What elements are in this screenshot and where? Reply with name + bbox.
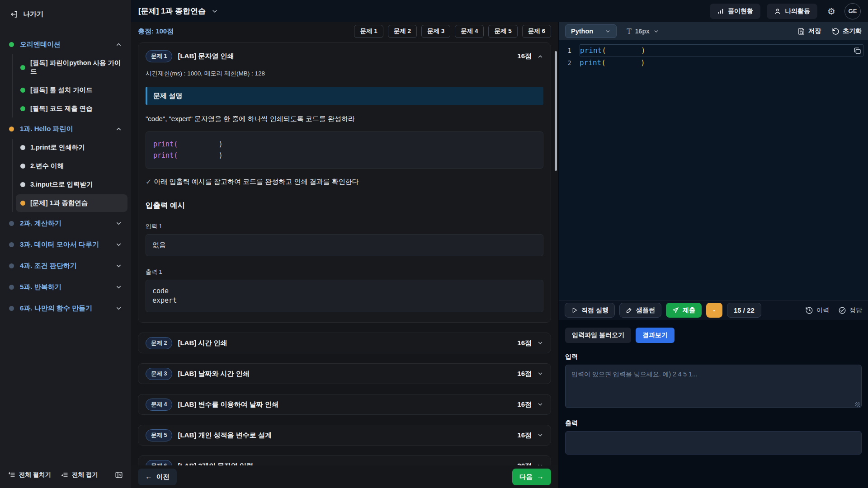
reset-button[interactable]: 초기화 bbox=[832, 27, 862, 35]
status-dot-slate bbox=[9, 263, 14, 268]
input-label: 입력 bbox=[565, 353, 862, 361]
sidebar-item-submit-practice[interactable]: [필독] 코드 제출 연습 bbox=[16, 100, 127, 117]
problem-nav-6[interactable]: 문제 6 bbox=[522, 25, 551, 38]
sidebar-section-lesson4[interactable]: 4과. 조건 판단하기 bbox=[0, 257, 131, 275]
status-dot-slate bbox=[9, 285, 14, 290]
sidebar-item-label: [필독] 툴 설치 가이드 bbox=[30, 86, 93, 94]
language-select[interactable]: Python bbox=[565, 24, 617, 38]
problem-badge: 문제 1 bbox=[146, 50, 172, 62]
section-label: 오리엔테이션 bbox=[20, 40, 109, 49]
sidebar-item-input[interactable]: 3.input으로 입력받기 bbox=[16, 176, 127, 193]
editor-line-1[interactable]: 1 print( ) bbox=[559, 44, 868, 56]
code-keyword: print( bbox=[153, 151, 178, 160]
sidebar-section-lesson5[interactable]: 5과. 반복하기 bbox=[0, 278, 131, 296]
line-number: 1 bbox=[559, 47, 580, 54]
sidebar-item-label: 2.변수 이해 bbox=[30, 162, 64, 170]
sidebar-item-variable[interactable]: 2.변수 이해 bbox=[16, 157, 127, 175]
problem-nav: 문제 1 문제 2 문제 3 문제 4 문제 5 문제 6 bbox=[354, 25, 551, 38]
problem-nav-4[interactable]: 문제 4 bbox=[455, 25, 484, 38]
font-size-select[interactable]: T 16px bbox=[627, 27, 659, 36]
sidebar-item-label: [필독] 코드 제출 연습 bbox=[30, 104, 93, 113]
save-icon bbox=[797, 28, 805, 35]
sidebar-item-print[interactable]: 1.print로 인쇄하기 bbox=[16, 139, 127, 156]
history-button[interactable]: 이력 bbox=[805, 306, 829, 314]
page-title: [문제] 1과 종합연습 bbox=[138, 6, 206, 16]
problem-nav-1[interactable]: 문제 1 bbox=[354, 25, 383, 38]
reset-label: 초기화 bbox=[843, 27, 862, 35]
sample-run-button[interactable]: 샘플런 bbox=[619, 303, 661, 318]
gear-icon[interactable]: ⚙ bbox=[827, 7, 835, 16]
sidebar-section-lesson1[interactable]: 1과. Hello 파린이 bbox=[0, 120, 131, 138]
answer-button[interactable]: 정답 bbox=[838, 306, 862, 314]
sidebar-item-python-guide[interactable]: [필독] 파린이python 사용 가이드 bbox=[16, 54, 127, 80]
reset-icon bbox=[832, 28, 840, 35]
status-dot-white bbox=[20, 164, 25, 169]
problem-card-3[interactable]: 문제 3 [LAB] 날짜와 시간 인쇄 16점 bbox=[138, 363, 551, 384]
copy-code-button[interactable] bbox=[853, 47, 862, 55]
sidebar-footer: 전체 펼치기 전체 접기 bbox=[0, 462, 131, 488]
problem-nav-2[interactable]: 문제 2 bbox=[388, 25, 417, 38]
sidebar-section-lesson6[interactable]: 6과. 나만의 함수 만들기 bbox=[0, 300, 131, 317]
collapse-sidebar-button[interactable] bbox=[115, 471, 123, 479]
problem-score: 16점 bbox=[517, 339, 532, 347]
run-label: 직접 실행 bbox=[581, 306, 609, 314]
status-dot-green bbox=[20, 88, 25, 93]
minus-button[interactable]: - bbox=[706, 303, 722, 318]
problem-card-5[interactable]: 문제 5 [LAB] 개인 성적을 변수로 설계 16점 bbox=[138, 425, 551, 446]
problem-panel: 총점: 100점 문제 1 문제 2 문제 3 문제 4 문제 5 문제 6 bbox=[131, 22, 558, 488]
expand-all-button[interactable]: 전체 펼치기 bbox=[8, 471, 51, 479]
total-score: 총점: 100점 bbox=[138, 27, 174, 36]
page-title-dropdown[interactable]: [문제] 1과 종합연습 bbox=[138, 6, 218, 16]
sidebar-section-lesson3[interactable]: 3과. 데이터 모아서 다루기 bbox=[0, 236, 131, 253]
problem-card-2[interactable]: 문제 2 [LAB] 시간 인쇄 16점 bbox=[138, 333, 551, 353]
main-area: [문제] 1과 종합연습 풀이현황 나의활동 ⚙ GE bbox=[131, 0, 868, 488]
editor-toolbar: Python T 16px 저장 bbox=[559, 22, 868, 40]
course-tree: 오리엔테이션 [필독] 파린이python 사용 가이드 [필독] 툴 설치 가… bbox=[0, 36, 131, 462]
status-dot-slate bbox=[9, 242, 14, 247]
activity-button[interactable]: 나의활동 bbox=[767, 4, 817, 19]
section-label: 4과. 조건 판단하기 bbox=[20, 262, 109, 270]
chevron-down-icon bbox=[537, 371, 543, 377]
content: 총점: 100점 문제 1 문제 2 문제 3 문제 4 문제 5 문제 6 bbox=[131, 22, 868, 488]
save-button[interactable]: 저장 bbox=[797, 27, 821, 35]
sidebar-section-lesson2[interactable]: 2과. 계산하기 bbox=[0, 215, 131, 232]
input-example-label: 입력 1 bbox=[146, 222, 543, 230]
scrollbar-thumb[interactable] bbox=[555, 51, 557, 171]
next-button[interactable]: 다음 → bbox=[512, 469, 551, 485]
sample-code-block: print( ) print( ) bbox=[146, 131, 543, 169]
problem-card-1: 문제 1 [LAB] 문자열 인쇄 16점 시간제한(ms) : 1000, 메… bbox=[138, 42, 551, 323]
problem-1-header[interactable]: 문제 1 [LAB] 문자열 인쇄 16점 bbox=[146, 50, 543, 62]
sidebar-item-tool-guide[interactable]: [필독] 툴 설치 가이드 bbox=[16, 81, 127, 99]
section-label: 1과. Hello 파린이 bbox=[20, 125, 109, 133]
collapse-all-button[interactable]: 전체 접기 bbox=[61, 471, 98, 479]
code-paren: ) bbox=[641, 46, 646, 55]
input-textarea[interactable] bbox=[565, 365, 862, 408]
status-dot-amber bbox=[20, 201, 25, 206]
chevron-down-icon bbox=[115, 220, 122, 227]
problem-badge: 문제 4 bbox=[146, 399, 172, 411]
progress-button[interactable]: 풀이현황 bbox=[710, 4, 760, 19]
problem-nav-3[interactable]: 문제 3 bbox=[421, 25, 450, 38]
code-editor[interactable]: 1 print( ) 2 print( ) bbox=[559, 40, 868, 300]
submit-button[interactable]: 제출 bbox=[666, 303, 702, 318]
exit-button[interactable]: 나가기 bbox=[0, 0, 131, 23]
sidebar-section-orientation[interactable]: 오리엔테이션 bbox=[0, 36, 131, 53]
progress-label: 풀이현황 bbox=[728, 7, 753, 15]
editor-line-2[interactable]: 2 print( ) bbox=[559, 56, 868, 69]
problem-nav-5[interactable]: 문제 5 bbox=[488, 25, 517, 38]
code-keyword: print bbox=[580, 58, 601, 67]
run-button[interactable]: 직접 실행 bbox=[565, 303, 615, 318]
chevron-down-icon bbox=[653, 28, 659, 34]
avatar[interactable]: GE bbox=[844, 3, 861, 19]
code-gap bbox=[178, 151, 218, 160]
editor-toolbar-right: 저장 초기화 bbox=[797, 27, 862, 35]
previous-button[interactable]: ← 이전 bbox=[138, 469, 177, 485]
load-input-file-button[interactable]: 입력파일 불러오기 bbox=[565, 328, 631, 343]
problem-subheader: 총점: 100점 문제 1 문제 2 문제 3 문제 4 문제 5 문제 6 bbox=[131, 22, 558, 40]
status-dot-slate bbox=[9, 306, 14, 311]
chevron-up-icon bbox=[537, 53, 543, 60]
arrow-left-icon: ← bbox=[145, 473, 152, 480]
view-result-button[interactable]: 결과보기 bbox=[636, 328, 675, 343]
problem-card-4[interactable]: 문제 4 [LAB] 변수를 이용하여 날짜 인쇄 16점 bbox=[138, 394, 551, 415]
sidebar-item-lesson1-practice[interactable]: [문제] 1과 종합연습 bbox=[16, 194, 127, 212]
